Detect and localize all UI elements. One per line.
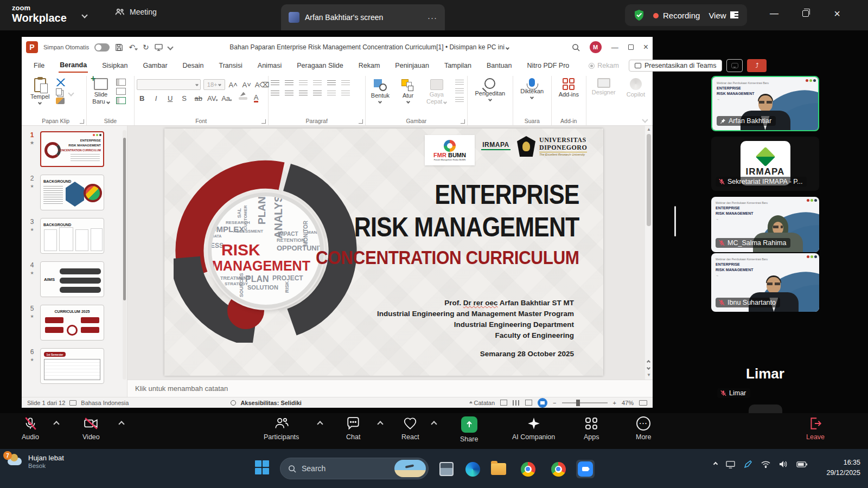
designer-button[interactable]: Designer	[589, 77, 619, 97]
tab-bantuan[interactable]: Bantuan	[486, 59, 513, 72]
slide-thumbnail-1[interactable]: ENTERPRISE RISK MANAGEMENT CONCENTRATION…	[40, 131, 104, 167]
format-painter-icon[interactable]	[56, 98, 65, 104]
display-settings-icon[interactable]	[69, 400, 76, 406]
italic-button[interactable]: I	[151, 94, 162, 102]
tab-shared-screen[interactable]: Arfan Bakhtiar's screen ···	[281, 4, 445, 30]
share-screen-button[interactable]: Share	[460, 416, 478, 443]
video-tile-salma[interactable]: Webinar dan Pembukaan Konsentrasi Baru E…	[711, 197, 819, 252]
video-tile-ibnu[interactable]: Webinar dan Pembukaan Konsentrasi Baru E…	[711, 253, 819, 312]
redo-button[interactable]: ↻	[143, 43, 149, 52]
change-case-button[interactable]: Aa	[221, 94, 232, 102]
bullets-icon[interactable]	[271, 80, 279, 87]
apps-button[interactable]: Apps	[584, 416, 599, 441]
search-icon[interactable]	[572, 43, 580, 52]
shape-outline-icon[interactable]	[455, 88, 464, 95]
zoom-in-button[interactable]: +	[613, 400, 616, 406]
window-restore-button[interactable]	[793, 0, 818, 27]
slide-sorter-view-button[interactable]	[513, 400, 520, 406]
tab-beranda[interactable]: Beranda	[59, 59, 88, 73]
slide-1[interactable]: FMR BUMN Forum Manajemen Risiko BUMN IRM…	[164, 129, 603, 376]
zoom-slider[interactable]	[562, 402, 608, 403]
tab-sisipkan[interactable]: Sisipkan	[101, 59, 129, 72]
tab-nitro-pdf[interactable]: Nitro PDF Pro	[526, 59, 571, 72]
reading-view-button[interactable]	[525, 400, 532, 406]
tab-file[interactable]: File	[33, 59, 46, 72]
view-button[interactable]: View	[709, 11, 738, 20]
taskbar-app-chrome-2[interactable]	[549, 460, 567, 478]
ppt-minimize-button[interactable]: —	[611, 43, 618, 52]
scroll-up-icon[interactable]: ▲	[647, 127, 651, 132]
font-color-icon[interactable]: A	[254, 94, 259, 102]
video-options-chevron-icon[interactable]	[118, 421, 124, 427]
columns-icon[interactable]	[327, 91, 336, 97]
font-name-combobox[interactable]	[137, 79, 201, 90]
scroll-down-icon[interactable]: ▼	[647, 373, 651, 377]
share-document-button[interactable]: ⤴	[747, 59, 767, 72]
tab-options-ellipsis-icon[interactable]: ···	[427, 13, 437, 22]
audio-options-chevron-icon[interactable]	[53, 421, 59, 427]
font-dialog-launcher-icon[interactable]	[261, 119, 266, 124]
taskbar-app-zoom[interactable]	[576, 460, 595, 478]
increase-font-size-button[interactable]: A˄	[228, 81, 239, 89]
tab-tampilan[interactable]: Tampilan	[443, 59, 473, 72]
taskbar-app-chrome[interactable]	[519, 460, 537, 478]
clipboard-dialog-launcher-icon[interactable]	[80, 119, 84, 124]
react-button[interactable]: React	[401, 416, 419, 441]
normal-view-button[interactable]	[500, 400, 507, 406]
zoom-percentage[interactable]: 47%	[622, 400, 634, 406]
wifi-icon[interactable]	[761, 460, 770, 468]
audio-button[interactable]: Audio	[22, 416, 39, 441]
canvas-scrollbar[interactable]: ▲ ▼	[645, 126, 653, 380]
align-center-icon[interactable]	[285, 91, 293, 97]
ppt-restore-button[interactable]	[628, 44, 634, 50]
previous-slide-button[interactable]	[647, 360, 650, 364]
video-button[interactable]: Video	[82, 416, 100, 441]
account-avatar[interactable]: M	[590, 41, 602, 53]
paste-button[interactable]: Tempel	[27, 77, 53, 105]
underline-button[interactable]: U	[165, 94, 176, 102]
zoom-slider-knob[interactable]	[576, 400, 580, 406]
decrease-font-size-button[interactable]: A˅	[241, 81, 252, 89]
react-options-chevron-icon[interactable]	[431, 421, 437, 427]
arrange-button[interactable]: Atur	[398, 78, 418, 104]
taskbar-app-window[interactable]	[437, 460, 456, 478]
comments-button[interactable]	[726, 59, 743, 72]
smartart-convert-icon[interactable]	[341, 91, 350, 97]
zoom-out-button[interactable]: −	[553, 400, 556, 406]
video-tile-arfan[interactable]: Webinar dan Pembukaan Konsentrasi Baru E…	[711, 76, 819, 131]
window-close-button[interactable]: ×	[825, 0, 850, 27]
save-icon[interactable]	[115, 43, 123, 52]
weather-widget[interactable]: 7 Hujan lebat Besok	[5, 453, 64, 470]
taskbar-search[interactable]: Search	[280, 458, 429, 479]
title-dropdown-chevron-icon[interactable]	[506, 46, 509, 50]
search-highlight-image[interactable]	[394, 460, 426, 477]
line-spacing-icon[interactable]	[327, 80, 336, 87]
shape-effects-icon[interactable]	[455, 97, 464, 104]
shape-fill-icon[interactable]	[455, 80, 464, 86]
tab-peragaan-slide[interactable]: Peragaan Slide	[296, 59, 344, 72]
text-shadow-button[interactable]: S	[179, 94, 190, 102]
dictate-button[interactable]: Diktekan	[517, 77, 547, 100]
taskbar-app-edge[interactable]	[463, 460, 482, 478]
tab-animasi[interactable]: Animasi	[257, 59, 283, 72]
quick-styles-button[interactable]: GayaCepat	[423, 78, 450, 106]
copy-icon[interactable]	[56, 88, 62, 95]
tab-meeting[interactable]: Meeting	[115, 8, 157, 16]
copilot-button[interactable]: Copilot	[623, 77, 648, 99]
undo-button[interactable]: ↶	[129, 43, 137, 52]
notes-toggle-button[interactable]: Catatan	[470, 400, 495, 406]
language-indicator[interactable]: Bahasa Indonesia	[81, 400, 129, 406]
clipboard-more-chevron-icon[interactable]	[68, 90, 74, 96]
thumbnail-scrollbar[interactable]	[123, 130, 126, 380]
align-left-icon[interactable]	[271, 91, 279, 97]
notes-pane[interactable]: Klik untuk menambah catatan	[127, 380, 653, 397]
slideshow-view-button[interactable]	[538, 398, 547, 408]
slide-thumbnail-5[interactable]: CURRICULUM 2025	[40, 305, 104, 341]
taskbar-app-explorer[interactable]	[489, 460, 508, 478]
workspace-switch-chevron-icon[interactable]	[81, 12, 87, 18]
taskbar-clock[interactable]: 16:35 29/12/2025	[826, 458, 860, 479]
font-size-combobox[interactable]: 18+	[203, 79, 225, 90]
fit-to-window-icon[interactable]	[639, 400, 647, 406]
slide-thumbnail-2[interactable]: BACKGROUND	[40, 175, 104, 210]
tab-gambar[interactable]: Gambar	[142, 59, 168, 72]
